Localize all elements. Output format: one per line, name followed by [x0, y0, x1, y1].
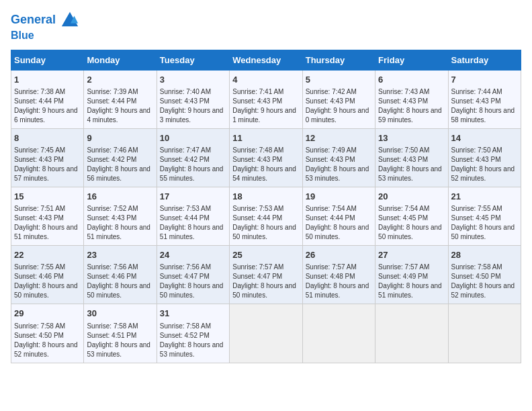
- sunset: Sunset: 4:43 PM: [451, 97, 518, 106]
- day-number: 5: [306, 74, 372, 86]
- sunrise: Sunrise: 7:46 AM: [87, 146, 153, 155]
- calendar-day-cell: 10Sunrise: 7:47 AMSunset: 4:42 PMDayligh…: [157, 128, 229, 187]
- day-number: 22: [14, 249, 81, 261]
- sunset: Sunset: 4:49 PM: [378, 272, 445, 281]
- calendar-day-cell: 16Sunrise: 7:52 AMSunset: 4:43 PMDayligh…: [84, 187, 157, 245]
- day-number: 1: [14, 74, 81, 86]
- calendar-week-row: 15Sunrise: 7:51 AMSunset: 4:43 PMDayligh…: [11, 187, 521, 245]
- day-number: 25: [232, 249, 299, 261]
- calendar-day-cell: 13Sunrise: 7:50 AMSunset: 4:43 PMDayligh…: [375, 128, 448, 187]
- sunset: Sunset: 4:50 PM: [14, 331, 81, 340]
- calendar-day-cell: 25Sunrise: 7:57 AMSunset: 4:47 PMDayligh…: [230, 246, 302, 304]
- daylight: Daylight: 8 hours and 58 minutes.: [451, 106, 518, 125]
- daylight: Daylight: 8 hours and 56 minutes.: [87, 165, 153, 183]
- sunrise: Sunrise: 7:54 AM: [378, 204, 445, 214]
- weekday-header: Thursday: [302, 50, 375, 70]
- sunrise: Sunrise: 7:51 AM: [14, 204, 81, 214]
- sunset: Sunset: 4:43 PM: [451, 155, 518, 165]
- sunset: Sunset: 4:43 PM: [232, 155, 299, 165]
- calendar-table: SundayMondayTuesdayWednesdayThursdayFrid…: [11, 50, 521, 363]
- sunset: Sunset: 4:50 PM: [451, 272, 518, 281]
- daylight: Daylight: 9 hours and 0 minutes.: [306, 106, 372, 125]
- daylight: Daylight: 8 hours and 51 minutes.: [87, 223, 153, 242]
- weekday-header: Sunday: [11, 50, 84, 70]
- calendar-day-cell: 18Sunrise: 7:53 AMSunset: 4:44 PMDayligh…: [230, 187, 302, 245]
- day-number: 10: [160, 132, 226, 144]
- day-number: 31: [160, 308, 226, 320]
- sunrise: Sunrise: 7:48 AM: [232, 146, 299, 155]
- sunset: Sunset: 4:43 PM: [378, 97, 445, 106]
- sunrise: Sunrise: 7:41 AM: [232, 87, 299, 97]
- sunrise: Sunrise: 7:55 AM: [14, 263, 81, 272]
- calendar-day-cell: [302, 304, 375, 363]
- day-number: 18: [232, 191, 299, 203]
- day-number: 3: [160, 74, 226, 86]
- calendar-week-row: 29Sunrise: 7:58 AMSunset: 4:50 PMDayligh…: [11, 304, 521, 363]
- sunrise: Sunrise: 7:47 AM: [160, 146, 226, 155]
- calendar-day-cell: 22Sunrise: 7:55 AMSunset: 4:46 PMDayligh…: [11, 246, 84, 304]
- sunrise: Sunrise: 7:50 AM: [378, 146, 445, 155]
- calendar-day-cell: 19Sunrise: 7:54 AMSunset: 4:44 PMDayligh…: [302, 187, 375, 245]
- sunset: Sunset: 4:51 PM: [87, 331, 153, 340]
- calendar-day-cell: 28Sunrise: 7:58 AMSunset: 4:50 PMDayligh…: [448, 246, 521, 304]
- daylight: Daylight: 8 hours and 53 minutes.: [87, 340, 153, 359]
- sunset: Sunset: 4:42 PM: [87, 155, 153, 165]
- daylight: Daylight: 8 hours and 50 minutes.: [306, 223, 372, 242]
- day-number: 21: [451, 191, 518, 203]
- logo: General Blue: [11, 11, 79, 42]
- day-number: 27: [378, 249, 445, 261]
- daylight: Daylight: 8 hours and 57 minutes.: [14, 165, 81, 183]
- day-number: 26: [306, 249, 372, 261]
- calendar-day-cell: 11Sunrise: 7:48 AMSunset: 4:43 PMDayligh…: [230, 128, 302, 187]
- daylight: Daylight: 9 hours and 1 minute.: [232, 106, 299, 125]
- sunset: Sunset: 4:43 PM: [378, 155, 445, 165]
- sunset: Sunset: 4:43 PM: [14, 214, 81, 223]
- daylight: Daylight: 8 hours and 52 minutes.: [14, 340, 81, 359]
- sunset: Sunset: 4:44 PM: [14, 97, 81, 106]
- sunset: Sunset: 4:43 PM: [306, 155, 372, 165]
- calendar-day-cell: 1Sunrise: 7:38 AMSunset: 4:44 PMDaylight…: [11, 70, 84, 128]
- sunrise: Sunrise: 7:57 AM: [378, 263, 445, 272]
- weekday-header: Monday: [84, 50, 157, 70]
- daylight: Daylight: 9 hours and 4 minutes.: [87, 106, 153, 125]
- daylight: Daylight: 8 hours and 50 minutes.: [160, 281, 226, 300]
- sunrise: Sunrise: 7:57 AM: [232, 263, 299, 272]
- calendar-day-cell: 2Sunrise: 7:39 AMSunset: 4:44 PMDaylight…: [84, 70, 157, 128]
- sunrise: Sunrise: 7:58 AM: [451, 263, 518, 272]
- sunrise: Sunrise: 7:44 AM: [451, 87, 518, 97]
- sunset: Sunset: 4:48 PM: [306, 272, 372, 281]
- sunset: Sunset: 4:43 PM: [87, 214, 153, 223]
- sunset: Sunset: 4:43 PM: [160, 97, 226, 106]
- daylight: Daylight: 9 hours and 3 minutes.: [160, 106, 226, 125]
- page-header: General Blue: [11, 11, 521, 42]
- calendar-day-cell: 5Sunrise: 7:42 AMSunset: 4:43 PMDaylight…: [302, 70, 375, 128]
- weekday-header: Wednesday: [230, 50, 302, 70]
- sunrise: Sunrise: 7:53 AM: [232, 204, 299, 214]
- daylight: Daylight: 8 hours and 50 minutes.: [232, 281, 299, 300]
- sunset: Sunset: 4:43 PM: [14, 155, 81, 165]
- day-number: 17: [160, 191, 226, 203]
- sunset: Sunset: 4:45 PM: [378, 214, 445, 223]
- calendar-day-cell: 8Sunrise: 7:45 AMSunset: 4:43 PMDaylight…: [11, 128, 84, 187]
- weekday-header-row: SundayMondayTuesdayWednesdayThursdayFrid…: [11, 50, 521, 70]
- sunset: Sunset: 4:44 PM: [232, 214, 299, 223]
- calendar-day-cell: 4Sunrise: 7:41 AMSunset: 4:43 PMDaylight…: [230, 70, 302, 128]
- daylight: Daylight: 8 hours and 50 minutes.: [378, 223, 445, 242]
- daylight: Daylight: 8 hours and 54 minutes.: [232, 165, 299, 183]
- calendar-day-cell: 24Sunrise: 7:56 AMSunset: 4:47 PMDayligh…: [157, 246, 229, 304]
- weekday-header: Tuesday: [157, 50, 229, 70]
- sunrise: Sunrise: 7:56 AM: [160, 263, 226, 272]
- calendar-day-cell: 31Sunrise: 7:58 AMSunset: 4:52 PMDayligh…: [157, 304, 229, 363]
- calendar-day-cell: 21Sunrise: 7:55 AMSunset: 4:45 PMDayligh…: [448, 187, 521, 245]
- daylight: Daylight: 8 hours and 51 minutes.: [14, 223, 81, 242]
- day-number: 13: [378, 132, 445, 144]
- sunset: Sunset: 4:43 PM: [306, 97, 372, 106]
- calendar-day-cell: [375, 304, 448, 363]
- sunset: Sunset: 4:44 PM: [87, 97, 153, 106]
- sunrise: Sunrise: 7:39 AM: [87, 87, 153, 97]
- daylight: Daylight: 8 hours and 53 minutes.: [306, 165, 372, 183]
- daylight: Daylight: 8 hours and 51 minutes.: [306, 281, 372, 300]
- calendar-day-cell: 9Sunrise: 7:46 AMSunset: 4:42 PMDaylight…: [84, 128, 157, 187]
- sunrise: Sunrise: 7:58 AM: [87, 322, 153, 331]
- sunrise: Sunrise: 7:49 AM: [306, 146, 372, 155]
